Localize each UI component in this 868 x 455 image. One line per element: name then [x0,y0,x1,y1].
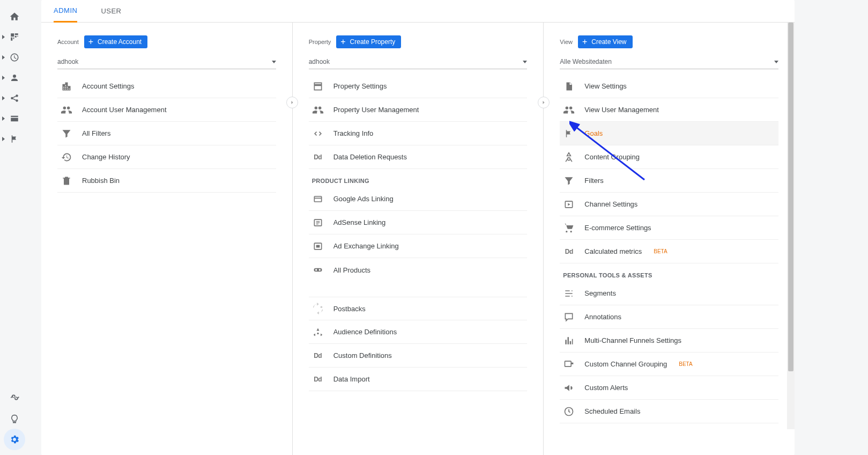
col-label-view: View [560,39,573,45]
item-property-user[interactable]: Property User Management [309,98,528,122]
scrollbar[interactable] [787,23,795,429]
svg-point-11 [317,332,318,334]
svg-point-9 [318,269,320,270]
col-account: Account + Create Account adhook Account … [41,23,292,455]
item-label: Property User Management [333,106,419,114]
nav-home[interactable] [0,6,28,27]
dashboard-icon [10,32,19,42]
home-icon [9,11,20,22]
dd-icon: Dd [312,350,324,362]
filter-icon [563,175,575,187]
col-view: View + Create View Alle Websitedaten Vie… [543,23,795,455]
tab-admin[interactable]: ADMIN [54,1,77,23]
caret-icon [2,76,5,80]
item-postbacks[interactable]: Postbacks [309,297,528,320]
svg-rect-6 [316,245,320,247]
product-linking-title: PRODUCT LINKING [309,169,528,187]
item-label: Rubbish Bin [82,177,120,185]
create-property-label: Create Property [350,38,396,46]
property-selector[interactable]: adhook [309,55,528,69]
item-content-grouping[interactable]: Content Grouping [560,145,778,169]
left-nav [0,0,28,455]
beta-badge: BETA [679,361,692,367]
item-channel-settings[interactable]: Channel Settings [560,193,778,216]
item-label: Account User Management [82,106,167,114]
account-selector[interactable]: adhook [57,55,276,69]
svg-point-8 [315,269,317,270]
item-change-history[interactable]: Change History [57,145,276,169]
nav-admin[interactable] [0,429,28,450]
item-label: All Filters [82,129,110,137]
item-ecommerce[interactable]: E-commerce Settings [560,216,778,240]
item-calculated-metrics[interactable]: Dd Calculated metrics BETA [560,240,778,263]
item-label: Change History [82,153,130,161]
item-rubbish-bin[interactable]: Rubbish Bin [57,169,276,193]
main-panel: ADMIN USER Account + Create Account adho… [41,0,795,455]
item-label: Segments [584,289,616,297]
tabs: ADMIN USER [41,0,795,23]
caret-down-icon [774,61,778,63]
item-label: Property Settings [333,82,387,90]
item-custom-alerts[interactable]: Custom Alerts [560,376,778,400]
item-segments[interactable]: Segments [560,282,778,305]
item-label: Custom Definitions [333,351,392,359]
nav-conversions[interactable] [0,129,28,149]
svg-rect-7 [314,268,322,272]
dd-icon: Dd [563,246,575,258]
item-data-deletion[interactable]: Dd Data Deletion Requests [309,145,528,169]
create-property-button[interactable]: + Create Property [336,35,401,48]
item-tracking-info[interactable]: Tracking Info [309,122,528,145]
nav-customization[interactable] [0,27,28,47]
item-account-settings[interactable]: Account Settings [57,75,276,98]
item-audience-def[interactable]: Audience Definitions [309,320,528,344]
account-selector-value: adhook [57,58,78,65]
nav-audience[interactable] [0,68,28,88]
nav-realtime[interactable] [0,47,28,68]
view-selector[interactable]: Alle Websitedaten [560,55,778,69]
item-data-import[interactable]: Dd Data Import [309,368,528,391]
item-mcf[interactable]: Multi-Channel Funnels Settings [560,329,778,353]
nav-acquisition[interactable] [0,88,28,108]
col-property: Property + Create Property adhook Proper… [292,23,544,455]
item-ad-exchange[interactable]: Ad Exchange Linking [309,234,528,258]
channel-group-icon [563,358,575,370]
nav-behavior[interactable] [0,108,28,129]
item-goals[interactable]: Goals [560,122,778,145]
item-view-user[interactable]: View User Management [560,98,778,122]
comment-icon [563,311,575,323]
item-label: Ad Exchange Linking [333,242,399,250]
item-filters[interactable]: Filters [560,169,778,193]
plus-icon: + [88,39,93,45]
item-label: Scheduled Emails [584,407,640,415]
item-custom-channel-grouping[interactable]: Custom Channel Grouping BETA [560,353,778,376]
create-view-label: Create View [591,38,626,46]
nav-attribution[interactable] [0,388,28,409]
item-label: Audience Definitions [333,328,397,336]
item-view-settings[interactable]: View Settings [560,75,778,98]
item-property-settings[interactable]: Property Settings [309,75,528,98]
svg-point-10 [320,306,322,308]
item-adsense[interactable]: AdSense Linking [309,211,528,234]
create-view-button[interactable]: + Create View [578,35,633,48]
building-icon [61,80,72,92]
exchange-icon [312,240,324,252]
transfer-arrow-2[interactable] [538,97,550,108]
scrollbar-thumb[interactable] [788,23,793,371]
svg-rect-13 [565,361,572,366]
item-scheduled-emails[interactable]: Scheduled Emails [560,400,778,423]
caret-down-icon [523,61,527,63]
create-account-button[interactable]: + Create Account [84,35,147,48]
channel-icon [563,199,575,210]
create-account-label: Create Account [98,38,142,46]
nav-discover[interactable] [0,409,28,429]
caret-icon [2,55,5,60]
item-custom-def[interactable]: Dd Custom Definitions [309,344,528,368]
people-icon [312,104,324,116]
item-annotations[interactable]: Annotations [560,305,778,329]
filter-icon [61,128,72,140]
tab-user[interactable]: USER [101,0,121,22]
item-account-user[interactable]: Account User Management [57,98,276,122]
item-google-ads[interactable]: Google Ads Linking [309,187,528,211]
item-all-products[interactable]: All Products [309,258,528,282]
item-all-filters[interactable]: All Filters [57,122,276,145]
